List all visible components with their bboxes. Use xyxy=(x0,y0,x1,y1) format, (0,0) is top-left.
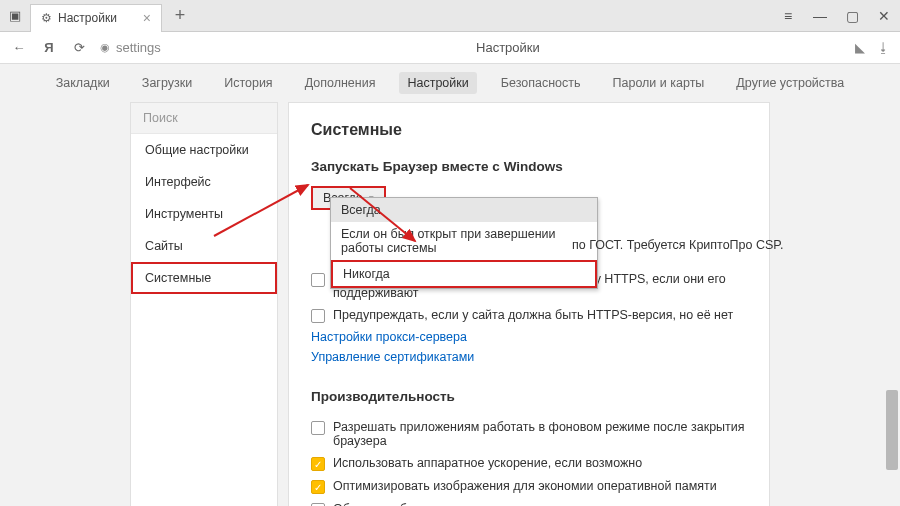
nav-security[interactable]: Безопасность xyxy=(493,72,589,94)
link-certificates[interactable]: Управление сертификатами xyxy=(311,347,747,367)
checkbox-label: Оптимизировать изображения для экономии … xyxy=(333,479,717,493)
browser-toolbar: ← Я ⟳ ◉ settings Настройки ◣ ⭳ xyxy=(0,32,900,64)
link-proxy[interactable]: Настройки прокси-сервера xyxy=(311,327,747,347)
reload-button[interactable]: ⟳ xyxy=(70,40,88,55)
sidebar-item-tools[interactable]: Инструменты xyxy=(131,198,277,230)
yandex-button[interactable]: Я xyxy=(40,40,58,55)
sidebar-item-interface[interactable]: Интерфейс xyxy=(131,166,277,198)
checkbox-bg[interactable] xyxy=(311,421,325,435)
sidebar-item-sites[interactable]: Сайты xyxy=(131,230,277,262)
bookmark-icon[interactable]: ◣ xyxy=(855,40,865,55)
checkbox-https-warn-row[interactable]: Предупреждать, если у сайта должна быть … xyxy=(311,304,747,327)
close-tab-icon[interactable]: × xyxy=(143,10,151,26)
checkbox-label: Использовать аппаратное ускорение, если … xyxy=(333,456,642,470)
checkbox-https-warn[interactable] xyxy=(311,309,325,323)
close-window-button[interactable]: ✕ xyxy=(868,0,900,32)
checkbox-label: Разрешать приложениям работать в фоновом… xyxy=(333,420,747,448)
new-tab-button[interactable]: + xyxy=(166,5,194,26)
window-titlebar: ▣ ⚙ Настройки × + ≡ — ▢ ✕ xyxy=(0,0,900,32)
address-bar[interactable]: ◉ settings xyxy=(100,40,161,55)
checkbox-hw-row[interactable]: ✓ Использовать аппаратное ускорение, есл… xyxy=(311,452,747,475)
nav-settings[interactable]: Настройки xyxy=(399,72,476,94)
dropdown-option-always[interactable]: Всегда xyxy=(331,198,597,222)
tab-title: Настройки xyxy=(58,11,117,25)
settings-content: Системные Запускать Браузер вместе с Win… xyxy=(288,102,770,506)
sidebar-search[interactable]: Поиск xyxy=(131,103,277,134)
nav-passwords[interactable]: Пароли и карты xyxy=(605,72,713,94)
browser-tab[interactable]: ⚙ Настройки × xyxy=(30,4,162,32)
checkbox-hw[interactable]: ✓ xyxy=(311,457,325,471)
checkbox-bg-row[interactable]: Разрешать приложениям работать в фоновом… xyxy=(311,416,747,452)
url-text: settings xyxy=(116,40,161,55)
checkbox-https-auto[interactable] xyxy=(311,273,325,287)
gear-icon: ⚙ xyxy=(41,11,52,25)
scrollbar-thumb[interactable] xyxy=(886,390,898,470)
checkbox-label: Предупреждать, если у сайта должна быть … xyxy=(333,308,733,322)
nav-devices[interactable]: Другие устройства xyxy=(728,72,852,94)
nav-history[interactable]: История xyxy=(216,72,280,94)
panel-toggle-icon[interactable]: ▣ xyxy=(0,8,30,23)
checkbox-optimg-row[interactable]: ✓ Оптимизировать изображения для экономи… xyxy=(311,475,747,498)
checkbox-label: Обновлять браузер, даже если он не запущ… xyxy=(333,502,602,506)
nav-addons[interactable]: Дополнения xyxy=(297,72,384,94)
globe-icon: ◉ xyxy=(100,41,110,54)
back-button[interactable]: ← xyxy=(10,40,28,55)
sidebar-item-system[interactable]: Системные xyxy=(131,262,277,294)
nav-downloads[interactable]: Загрузки xyxy=(134,72,200,94)
maximize-button[interactable]: ▢ xyxy=(836,0,868,32)
download-icon[interactable]: ⭳ xyxy=(877,40,890,55)
menu-icon[interactable]: ≡ xyxy=(772,0,804,32)
sidebar-item-general[interactable]: Общие настройки xyxy=(131,134,277,166)
minimize-button[interactable]: — xyxy=(804,0,836,32)
gost-text-fragment: по ГОСТ. Требуется КриптоПро CSP. xyxy=(572,238,784,252)
performance-heading: Производительность xyxy=(311,389,747,404)
settings-nav: Закладки Загрузки История Дополнения Нас… xyxy=(0,64,900,102)
checkbox-update-row[interactable]: Обновлять браузер, даже если он не запущ… xyxy=(311,498,747,506)
dropdown-option-never[interactable]: Никогда xyxy=(331,260,597,288)
settings-sidebar: Поиск Общие настройки Интерфейс Инструме… xyxy=(130,102,278,506)
nav-bookmarks[interactable]: Закладки xyxy=(48,72,118,94)
checkbox-optimg[interactable]: ✓ xyxy=(311,480,325,494)
dropdown-option-ifopen[interactable]: Если он был открыт при завершении работы… xyxy=(331,222,597,260)
startup-dropdown-menu[interactable]: Всегда Если он был открыт при завершении… xyxy=(330,197,598,289)
page-title: Настройки xyxy=(173,40,843,55)
section-heading: Системные xyxy=(311,121,747,139)
startup-label: Запускать Браузер вместе с Windows xyxy=(311,159,747,174)
